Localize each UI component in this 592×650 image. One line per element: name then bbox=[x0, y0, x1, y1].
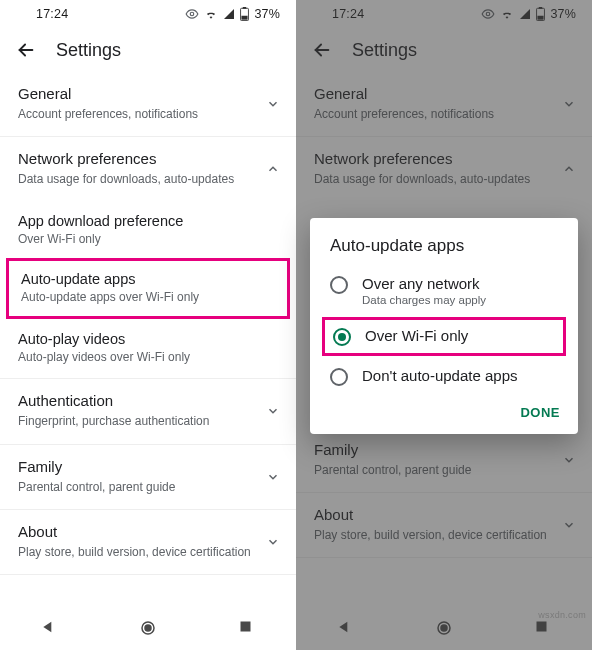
svg-rect-2 bbox=[243, 7, 247, 9]
option-sub: Data charges may apply bbox=[362, 294, 486, 306]
option-wifi-only-selected[interactable]: Over Wi-Fi only bbox=[322, 317, 566, 356]
section-subtitle: Parental control, parent guide bbox=[18, 479, 278, 495]
svg-point-5 bbox=[145, 625, 151, 631]
nav-back-icon[interactable] bbox=[40, 619, 58, 637]
app-bar: Settings bbox=[0, 28, 296, 72]
screen-right: 17:24 37% Settings General Account prefe… bbox=[296, 0, 592, 650]
wifi-icon bbox=[204, 7, 218, 21]
section-title: Family bbox=[18, 458, 278, 475]
option-dont-auto-update[interactable]: Don't auto-update apps bbox=[310, 358, 578, 395]
section-title: Authentication bbox=[18, 392, 278, 409]
pref-subtitle: Auto-update apps over Wi-Fi only bbox=[21, 290, 275, 304]
svg-rect-6 bbox=[240, 622, 250, 632]
dialog-actions: DONE bbox=[310, 395, 578, 428]
screen-left: 17:24 37% Settings General Account prefe… bbox=[0, 0, 296, 650]
pref-title: Auto-update apps bbox=[21, 271, 275, 287]
svg-rect-3 bbox=[242, 16, 248, 20]
radio-icon bbox=[330, 368, 348, 386]
section-title: About bbox=[18, 523, 278, 540]
option-label: Over Wi-Fi only bbox=[365, 327, 468, 344]
pref-subtitle: Auto-play videos over Wi-Fi only bbox=[18, 350, 278, 364]
svg-point-0 bbox=[191, 12, 195, 16]
chevron-down-icon bbox=[266, 535, 280, 549]
pref-auto-update-highlighted[interactable]: Auto-update apps Auto-update apps over W… bbox=[6, 258, 290, 319]
auto-update-dialog: Auto-update apps Over any network Data c… bbox=[310, 218, 578, 434]
section-subtitle: Account preferences, notifications bbox=[18, 106, 278, 122]
page-title: Settings bbox=[56, 40, 121, 61]
section-auth[interactable]: Authentication Fingerprint, purchase aut… bbox=[0, 379, 296, 444]
settings-list: General Account preferences, notificatio… bbox=[0, 72, 296, 606]
section-subtitle: Play store, build version, device certif… bbox=[18, 544, 278, 560]
pref-autoplay[interactable]: Auto-play videos Auto-play videos over W… bbox=[0, 319, 296, 379]
section-about[interactable]: About Play store, build version, device … bbox=[0, 510, 296, 575]
back-button[interactable] bbox=[14, 38, 38, 62]
section-title: Network preferences bbox=[18, 150, 278, 167]
signal-icon bbox=[223, 8, 235, 20]
nav-recent-icon[interactable] bbox=[238, 619, 256, 637]
option-label: Don't auto-update apps bbox=[362, 367, 517, 384]
pref-title: App download preference bbox=[18, 213, 278, 229]
nav-home-icon[interactable] bbox=[139, 619, 157, 637]
status-bar: 17:24 37% bbox=[0, 0, 296, 28]
option-any-network[interactable]: Over any network Data charges may apply bbox=[310, 266, 578, 315]
chevron-down-icon bbox=[266, 404, 280, 418]
section-general[interactable]: General Account preferences, notificatio… bbox=[0, 72, 296, 137]
chevron-down-icon bbox=[266, 470, 280, 484]
radio-selected-icon bbox=[333, 328, 351, 346]
pref-subtitle: Over Wi-Fi only bbox=[18, 232, 278, 246]
chevron-down-icon bbox=[266, 97, 280, 111]
pref-title: Auto-play videos bbox=[18, 331, 278, 347]
section-subtitle: Fingerprint, purchase authentication bbox=[18, 413, 278, 429]
chevron-up-icon bbox=[266, 162, 280, 176]
nav-bar bbox=[0, 606, 296, 650]
option-label: Over any network bbox=[362, 275, 486, 292]
section-network[interactable]: Network preferences Data usage for downl… bbox=[0, 137, 296, 201]
section-subtitle: Data usage for downloads, auto-updates bbox=[18, 171, 278, 187]
battery-icon bbox=[240, 7, 249, 21]
radio-icon bbox=[330, 276, 348, 294]
status-time: 17:24 bbox=[36, 7, 68, 21]
dialog-title: Auto-update apps bbox=[310, 236, 578, 266]
eye-icon bbox=[185, 7, 199, 21]
section-family[interactable]: Family Parental control, parent guide bbox=[0, 445, 296, 510]
pref-download[interactable]: App download preference Over Wi-Fi only bbox=[0, 201, 296, 258]
section-title: General bbox=[18, 85, 278, 102]
done-button[interactable]: DONE bbox=[520, 405, 560, 420]
status-battery: 37% bbox=[254, 7, 280, 21]
